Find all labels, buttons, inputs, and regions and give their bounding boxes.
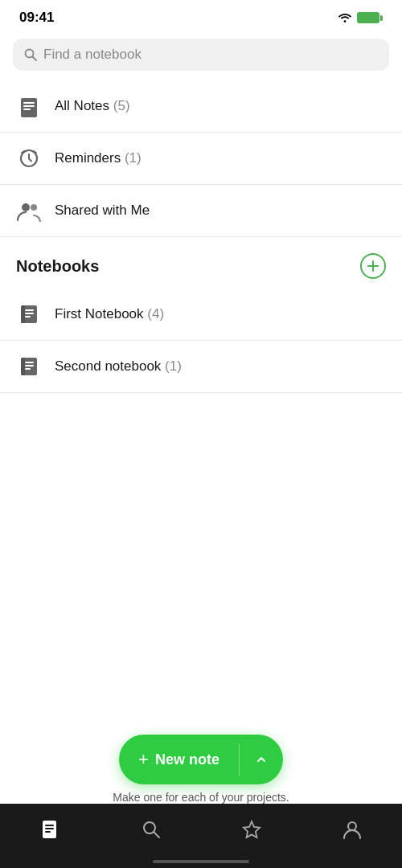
- notebook-item-second[interactable]: Second notebook (1): [0, 341, 402, 393]
- status-time: 09:41: [19, 10, 54, 26]
- shared-icon: [16, 198, 42, 223]
- svg-rect-13: [25, 309, 34, 311]
- new-note-chevron-button[interactable]: [240, 739, 283, 780]
- new-note-area: + New note Make one for each of your pro…: [0, 735, 402, 804]
- svg-rect-18: [25, 362, 34, 363]
- notebook-item-first[interactable]: First Notebook (4): [0, 289, 402, 341]
- status-icons: [338, 12, 383, 23]
- svg-rect-5: [23, 108, 31, 110]
- nav-item-all-notes[interactable]: All Notes (5): [0, 80, 402, 133]
- search-bar[interactable]: Find a notebook: [13, 39, 389, 71]
- new-note-hint: Make one for each of your projects.: [113, 791, 289, 804]
- battery-icon: [357, 12, 383, 23]
- new-note-label: New note: [155, 751, 219, 768]
- svg-rect-4: [23, 105, 35, 107]
- svg-rect-14: [25, 313, 34, 314]
- notebook-list: First Notebook (4) Second notebook (1): [0, 289, 402, 393]
- reminders-label: Reminders (1): [55, 150, 142, 166]
- svg-point-28: [348, 822, 356, 830]
- svg-rect-3: [23, 102, 35, 104]
- notebook-icon-first: [16, 301, 42, 327]
- notebooks-title: Notebooks: [16, 257, 99, 276]
- svg-point-7: [22, 203, 30, 211]
- all-notes-label: All Notes (5): [55, 98, 130, 114]
- tab-account[interactable]: [329, 813, 375, 846]
- home-indicator: [153, 860, 249, 863]
- search-placeholder: Find a notebook: [43, 47, 142, 63]
- svg-rect-20: [25, 368, 31, 370]
- svg-rect-24: [45, 831, 51, 833]
- svg-rect-19: [25, 365, 34, 366]
- search-tab-icon: [141, 819, 162, 840]
- svg-rect-2: [21, 98, 37, 117]
- search-icon: [24, 48, 37, 61]
- svg-rect-22: [45, 825, 54, 826]
- svg-point-8: [31, 204, 37, 211]
- svg-rect-23: [45, 828, 54, 829]
- new-note-plus-icon: +: [138, 749, 149, 770]
- notebooks-section-header: Notebooks: [0, 237, 402, 289]
- status-bar: 09:41: [0, 0, 402, 32]
- svg-rect-17: [21, 358, 25, 375]
- tab-search[interactable]: [128, 813, 174, 846]
- nav-item-reminders[interactable]: Reminders (1): [0, 133, 402, 185]
- second-notebook-label: Second notebook (1): [55, 358, 182, 375]
- svg-line-26: [154, 833, 159, 838]
- svg-marker-27: [244, 821, 260, 837]
- nav-item-shared-with-me[interactable]: Shared with Me: [0, 185, 402, 237]
- reminders-icon: [16, 145, 42, 171]
- nav-list: All Notes (5) Reminders (1) Shared with …: [0, 80, 402, 237]
- new-note-main[interactable]: + New note: [119, 735, 239, 784]
- notes-tab-icon: [40, 819, 61, 840]
- person-tab-icon: [342, 819, 363, 840]
- shared-with-me-label: Shared with Me: [55, 203, 150, 219]
- tab-favorites[interactable]: [228, 813, 275, 846]
- wifi-icon: [338, 12, 352, 23]
- svg-rect-15: [25, 316, 31, 317]
- svg-line-1: [33, 57, 37, 61]
- add-notebook-button[interactable]: [360, 253, 386, 279]
- notebook-icon-second: [16, 354, 42, 379]
- tab-notes[interactable]: [27, 813, 74, 846]
- all-notes-icon: [16, 93, 42, 119]
- star-tab-icon: [241, 819, 262, 840]
- tab-bar: [0, 804, 402, 868]
- svg-rect-12: [21, 305, 25, 323]
- first-notebook-label: First Notebook (4): [55, 306, 164, 322]
- new-note-button[interactable]: + New note: [119, 735, 283, 784]
